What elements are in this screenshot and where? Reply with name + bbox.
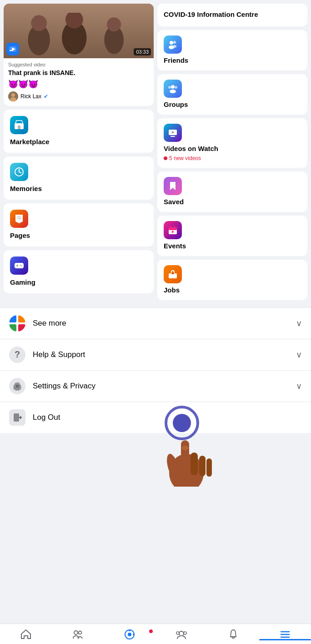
video-type-badge — [6, 43, 19, 55]
settings-privacy-label: Settings & Privacy — [33, 382, 95, 391]
pages-card[interactable]: Pages — [4, 203, 154, 247]
see-more-label: See more — [33, 319, 66, 328]
covid-label: COVID-19 Information Centre — [164, 10, 301, 19]
groups-nav-icon — [176, 629, 187, 640]
jobs-card[interactable]: Jobs — [157, 260, 307, 300]
svg-point-51 — [169, 454, 204, 487]
see-more-icon — [9, 315, 25, 332]
svg-point-1 — [31, 15, 47, 31]
svg-point-23 — [170, 41, 173, 45]
main-container: 03:33 Suggested video That prank is INSA… — [0, 0, 311, 478]
svg-rect-47 — [14, 413, 19, 422]
svg-point-59 — [79, 631, 82, 634]
svg-rect-44 — [9, 324, 16, 332]
events-card[interactable]: ★ Events — [157, 216, 307, 256]
bottom-nav — [0, 624, 311, 644]
video-thumbnail: 03:33 — [4, 4, 154, 58]
svg-point-22 — [21, 266, 22, 267]
covid-card[interactable]: COVID-19 Information Centre — [157, 4, 307, 26]
verified-badge: ✔ — [44, 93, 48, 100]
friends-icon — [164, 35, 182, 54]
help-support-left: ? Help & Support — [9, 347, 85, 363]
svg-rect-41 — [171, 272, 174, 274]
saved-icon — [164, 177, 182, 195]
svg-point-65 — [176, 632, 179, 634]
groups-label: Groups — [164, 101, 301, 108]
svg-point-64 — [179, 631, 184, 636]
svg-point-26 — [173, 45, 176, 48]
saved-label: Saved — [164, 198, 301, 206]
author-name: Rick Lax — [20, 93, 41, 100]
gaming-card[interactable]: Gaming — [4, 250, 154, 293]
see-more-row[interactable]: See more ∨ — [0, 307, 311, 339]
marketplace-label: Marketplace — [10, 138, 147, 146]
jobs-icon — [164, 265, 182, 283]
top-section: 03:33 Suggested video That prank is INSA… — [0, 0, 311, 304]
svg-point-61 — [128, 633, 131, 636]
svg-point-58 — [74, 631, 78, 634]
videos-card[interactable]: Videos on Watch 5 new videos — [157, 118, 307, 168]
memories-card[interactable]: Memories — [4, 156, 154, 200]
help-support-chevron: ∨ — [296, 350, 302, 360]
svg-rect-54 — [199, 456, 206, 476]
nav-menu[interactable] — [259, 629, 311, 640]
right-column: COVID-19 Information Centre Friends — [157, 4, 307, 300]
svg-point-5 — [107, 17, 121, 31]
help-support-row[interactable]: ? Help & Support ∨ — [0, 339, 311, 371]
memories-label: Memories — [10, 185, 147, 192]
videos-label: Videos on Watch — [164, 145, 301, 152]
home-nav-icon — [20, 629, 32, 640]
svg-rect-35 — [169, 227, 177, 230]
logout-left: Log Out — [9, 409, 60, 426]
menu-active-bar — [259, 639, 311, 640]
svg-point-29 — [168, 86, 171, 89]
videos-new-count: 5 new videos — [169, 155, 201, 161]
saved-card[interactable]: Saved — [157, 171, 307, 212]
gaming-icon — [10, 257, 28, 275]
thumbnail-bg — [4, 4, 154, 58]
help-support-label: Help & Support — [33, 350, 85, 359]
svg-point-25 — [173, 41, 176, 44]
see-more-left: See more — [9, 315, 66, 332]
friends-card[interactable]: Friends — [157, 30, 307, 70]
bottom-menu: See more ∨ ? Help & Support ∨ — [0, 307, 311, 433]
bell-nav-icon — [227, 629, 239, 640]
groups-card[interactable]: Groups — [157, 74, 307, 115]
videos-icon — [164, 124, 182, 142]
svg-point-57 — [181, 446, 189, 450]
settings-icon — [9, 378, 25, 394]
svg-rect-52 — [181, 440, 189, 470]
video-emojis: 😈😈😈 — [8, 79, 149, 89]
events-label: Events — [164, 242, 301, 250]
see-more-chevron: ∨ — [296, 318, 302, 328]
svg-rect-45 — [18, 324, 25, 332]
nav-groups[interactable] — [156, 629, 207, 640]
logout-row[interactable]: Log Out — [0, 402, 311, 433]
marketplace-card[interactable]: Marketplace — [4, 110, 154, 153]
nav-watch[interactable] — [104, 629, 156, 640]
svg-point-10 — [11, 93, 15, 97]
svg-rect-8 — [10, 50, 13, 51]
watch-nav-icon — [124, 629, 135, 640]
groups-icon — [164, 80, 182, 98]
watch-notification-dot — [149, 629, 153, 633]
svg-point-28 — [170, 90, 176, 93]
svg-point-56 — [165, 453, 181, 480]
svg-rect-33 — [171, 136, 175, 137]
gaming-label: Gaming — [10, 278, 147, 286]
videos-sublabel: 5 new videos — [164, 155, 301, 161]
video-author: Rick Lax ✔ — [8, 91, 149, 101]
friends-nav-icon — [72, 629, 84, 640]
video-card[interactable]: 03:33 Suggested video That prank is INSA… — [4, 4, 154, 106]
pages-label: Pages — [10, 231, 147, 239]
svg-point-30 — [175, 86, 177, 89]
svg-rect-53 — [191, 453, 198, 475]
video-info: Suggested video That prank is INSANE. 😈😈… — [4, 58, 154, 106]
nav-friends[interactable] — [52, 629, 104, 640]
nav-notifications[interactable] — [207, 629, 259, 640]
svg-point-27 — [171, 85, 175, 89]
memories-icon — [10, 163, 28, 181]
nav-home[interactable] — [0, 629, 52, 640]
svg-rect-18 — [15, 263, 24, 268]
settings-privacy-row[interactable]: Settings & Privacy ∨ — [0, 371, 311, 402]
